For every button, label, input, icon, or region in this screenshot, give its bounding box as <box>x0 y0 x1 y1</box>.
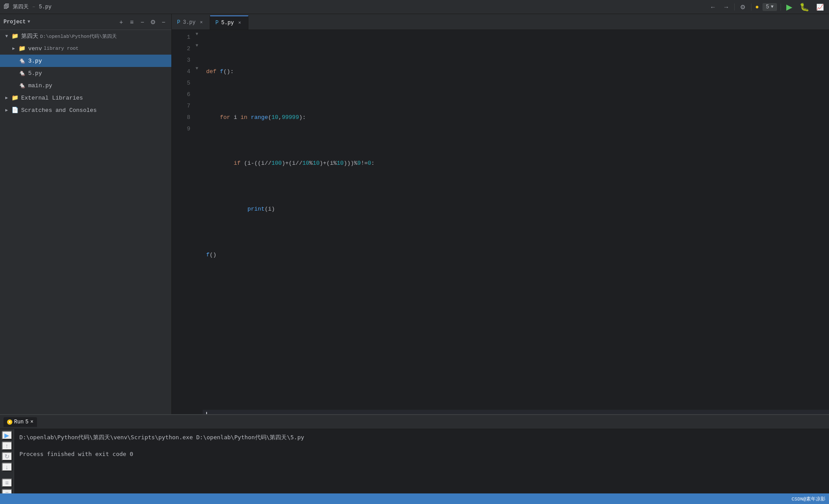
run-rerun-button[interactable]: ↻ <box>2 452 12 461</box>
op-line3: (i-((i// <box>244 158 271 169</box>
fn-f-call: f <box>206 249 210 261</box>
sidebar-settings-button[interactable]: ⚙ <box>148 18 157 26</box>
tab-close-5py[interactable]: × <box>237 20 243 26</box>
folder-icon-venv: 📁 <box>19 45 26 52</box>
bottom-tab-run[interactable]: ● Run 5 × <box>4 417 37 427</box>
terminal-command: D:\openlab\Python代码\第四天\venv\Scripts\pyt… <box>19 433 824 442</box>
tree-item-venv[interactable]: ▶ 📁 venv library root <box>0 42 171 55</box>
tree-item-3py[interactable]: 🐁 3.py <box>0 55 171 67</box>
debug-button[interactable]: 🐛 <box>798 1 811 13</box>
sidebar-actions: + ≡ − ⚙ − <box>117 18 168 26</box>
run-scroll-up-button[interactable]: ↑ <box>2 441 12 450</box>
navigate-forward-button[interactable]: → <box>721 3 731 11</box>
title-text: 第四天 <box>13 3 29 11</box>
tab-bar: P 3.py × P 5.py × <box>172 14 829 30</box>
sidebar-title: Project ▼ <box>4 19 30 25</box>
scratch-icon: 📄 <box>11 107 19 114</box>
title-file: 5.py <box>39 4 52 10</box>
run-wrap-button[interactable]: ≡ <box>2 478 12 487</box>
run-filter-button[interactable]: ≡ <box>2 489 12 493</box>
code-line-6 <box>203 295 829 307</box>
folder-icon-ext: 📁 <box>11 94 19 101</box>
bottom-tab-bar: ● Run 5 × <box>0 415 829 429</box>
kw-in: in <box>241 112 251 123</box>
code-line-3: ________if (i-((i//100)+(i//10%10)+(i%10… <box>203 158 829 169</box>
op-colon3: : <box>371 158 375 169</box>
fold-icon-2[interactable]: ▼ <box>196 43 198 48</box>
fold-icon-3[interactable]: ▼ <box>196 66 198 71</box>
run-tab-name: 5 <box>26 419 29 425</box>
project-dropdown-icon[interactable]: ▼ <box>27 19 30 24</box>
toolbar-separator-1 <box>734 4 735 11</box>
counter-dropdown-icon[interactable]: ▼ <box>771 4 773 9</box>
run-button[interactable]: ▶ <box>785 1 794 13</box>
file-label-5py: 5.py <box>28 70 42 77</box>
sidebar: Project ▼ + ≡ − ⚙ − ▼ 📁 第四天 D:\openlab\P… <box>0 14 172 414</box>
tab-label-3py: 3.py <box>183 19 196 26</box>
sidebar-header: Project ▼ + ≡ − ⚙ − <box>0 14 171 30</box>
file-label-3py: 3.py <box>28 58 42 64</box>
main-area: Project ▼ + ≡ − ⚙ − ▼ 📁 第四天 D:\openlab\P… <box>0 14 829 414</box>
settings-button[interactable]: ⚙ <box>738 3 748 11</box>
root-label: 第四天 <box>21 32 38 40</box>
root-arrow: ▼ <box>5 34 11 39</box>
terminal-output: D:\openlab\Python代码\第四天\venv\Scripts\pyt… <box>14 429 829 493</box>
editor-area: P 3.py × P 5.py × 1 2 3 4 5 6 7 8 9 <box>172 14 829 414</box>
num-0: 0 <box>368 158 371 169</box>
run-scroll-down-button[interactable]: ↓ <box>2 463 12 471</box>
num-99999: 99999 <box>282 112 299 123</box>
tree-item-5py[interactable]: 🐁 5.py <box>0 67 171 79</box>
new-file-button[interactable]: + <box>117 18 126 26</box>
venv-label: venv <box>28 45 42 52</box>
title-icon: 🗐 <box>4 4 9 10</box>
run-tab-close[interactable]: × <box>30 419 33 425</box>
title-separator: – <box>32 4 35 10</box>
code-editor[interactable]: 1 2 3 4 5 6 7 8 9 ▼ ▼ ▼ def f(): <box>172 30 829 414</box>
run-dot: ● <box>7 419 12 425</box>
op-close-paren: ): <box>299 112 306 123</box>
terminal-result: Process finished with exit code 0 <box>19 449 824 459</box>
tree-item-mainpy[interactable]: 🐁 main.py <box>0 79 171 92</box>
python-icon-3py: 🐁 <box>19 57 26 64</box>
terminal-spacer <box>19 442 824 449</box>
fn-f: f <box>220 66 223 78</box>
tree-item-root[interactable]: ▼ 📁 第四天 D:\openlab\Python代码\第四天 <box>0 30 171 42</box>
bottom-sidebar: ▶ ↑ ↻ ↓ ≡ ≡ 🖶 📌 <box>0 429 14 493</box>
counter-label: 5 <box>766 4 769 10</box>
code-line-8 <box>203 364 829 375</box>
run-play-button[interactable]: ▶ <box>2 431 12 440</box>
op-pct10: % <box>309 158 313 169</box>
fn-range: range <box>251 112 268 123</box>
coverage-button[interactable]: 📈 <box>814 3 825 11</box>
toolbar-separator-2 <box>751 4 751 11</box>
folder-icon-root: 📁 <box>11 33 19 40</box>
run-tab-label: Run <box>14 419 24 425</box>
tree-item-scratches[interactable]: ▶ 📄 Scratches and Consoles <box>0 104 171 116</box>
collapse-all-button[interactable]: − <box>138 18 147 26</box>
tree-item-extlibs[interactable]: ▶ 📁 External Libraries <box>0 92 171 104</box>
navigate-back-button[interactable]: ← <box>708 3 718 11</box>
tab-close-3py[interactable]: × <box>198 19 204 26</box>
line-numbers: 1 2 3 4 5 6 7 8 9 <box>172 30 194 414</box>
op-print-paren: ( <box>265 204 268 215</box>
code-line-2: ____for i in range(10,99999): <box>203 112 829 123</box>
fold-icon-1[interactable]: ▼ <box>196 32 198 37</box>
op-paren1: (): <box>223 66 233 78</box>
tab-3py[interactable]: P 3.py × <box>172 15 210 30</box>
code-content[interactable]: def f(): ____for i in range(10,99999): _… <box>203 30 829 414</box>
project-label: Project <box>4 19 26 25</box>
num-100: 100 <box>271 158 281 169</box>
python-icon-main: 🐁 <box>19 82 26 89</box>
toolbar-separator-3 <box>781 4 781 11</box>
root-path: D:\openlab\Python代码\第四天 <box>40 33 117 40</box>
expand-all-button[interactable]: ≡ <box>127 18 136 26</box>
venv-arrow: ▶ <box>12 46 19 51</box>
sidebar-minimize-button[interactable]: − <box>159 18 168 26</box>
tab-icon-5py: P <box>215 20 218 26</box>
op-line3b: )+(i// <box>282 158 303 169</box>
num-10b: 10 <box>313 158 320 169</box>
tab-label-5py: 5.py <box>221 20 234 26</box>
tab-5py[interactable]: P 5.py × <box>210 15 248 30</box>
status-bar: CSDN@素年凉影 <box>0 493 829 504</box>
ext-arrow: ▶ <box>5 95 11 100</box>
